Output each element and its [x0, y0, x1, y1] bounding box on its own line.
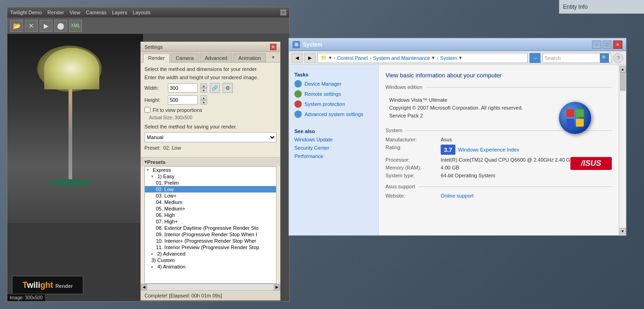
tree-item-02low[interactable]: 02. Low — [145, 186, 276, 192]
address-control-panel[interactable]: Control Panel — [337, 55, 368, 61]
search-placeholder[interactable]: Search — [545, 55, 598, 61]
system-content: Tasks Device Manager Remote settings Sys… — [289, 65, 626, 235]
sidebar-link-security-center[interactable]: Security Center — [289, 144, 378, 152]
system-maximize-button[interactable]: □ — [603, 41, 612, 49]
asus-logo-text: /ISUS — [581, 159, 601, 168]
asus-logo: /ISUS — [570, 157, 612, 170]
tab-animation[interactable]: Animation — [233, 53, 266, 62]
address-system[interactable]: System — [440, 55, 457, 61]
save-method-select[interactable]: Manual — [144, 132, 276, 142]
vscroll-up-btn[interactable]: ▲ — [620, 66, 626, 72]
tree-item-05medplus[interactable]: 05. Medium+ — [145, 205, 276, 212]
device-manager-label: Device Manager — [305, 81, 341, 87]
rating-link[interactable]: Windows Experience Index — [458, 147, 519, 152]
address-go-button[interactable]: → — [529, 53, 540, 63]
fit-to-view-checkbox[interactable] — [144, 107, 150, 113]
system-info-section: System Manufacturer: Asus Rating: 3.7 Wi… — [385, 128, 612, 178]
tree-item-10intplus[interactable]: 10. Interior+ (Progressive Render Stop W… — [145, 238, 276, 244]
tree-label-3custom: 3) Custom — [151, 257, 175, 263]
settings-config-icon[interactable]: ⚙ — [223, 83, 233, 93]
tree-item-express[interactable]: ▾ Express — [145, 167, 276, 173]
tree-item-08ext[interactable]: 08. Exterior Daytime (Progressive Render… — [145, 225, 276, 231]
menu-layers[interactable]: Layers — [112, 10, 127, 15]
system-close-button[interactable]: ✕ — [613, 41, 622, 49]
windows-edition-header-label: Windows edition — [385, 84, 422, 90]
windows-flag-icon — [566, 109, 584, 127]
tree-item-03lowplus[interactable]: 03. Low+ — [145, 192, 276, 199]
toolbar-play-button[interactable]: ▶ — [40, 20, 52, 32]
fit-to-view-label: Fit to view proportions — [153, 107, 202, 113]
tree-item-06high[interactable]: 06. High — [145, 212, 276, 218]
tree-item-2advanced[interactable]: ▸ 2) Advanced — [145, 251, 276, 257]
tree-item-04medium[interactable]: 04. Medium — [145, 199, 276, 205]
flag-br — [576, 119, 584, 127]
preset-value: 02. Low — [163, 145, 181, 151]
system-type-val: 64-bit Operating System — [441, 173, 612, 178]
width-up-btn[interactable]: ▲ — [201, 83, 207, 88]
tab-camera[interactable]: Camera — [171, 53, 199, 62]
hscroll-left-btn[interactable]: ◀ — [141, 284, 147, 291]
vscroll-down-btn[interactable]: ▼ — [620, 228, 626, 234]
toolbar-xml-button[interactable]: XML — [69, 20, 82, 32]
flag-bl — [566, 119, 574, 127]
address-sys-dropdown[interactable]: ▾ — [459, 55, 462, 61]
tree-label-02low: 02. Low — [156, 187, 174, 192]
tab-scroll-arrow[interactable]: ▼ — [269, 53, 278, 62]
width-row: Width: ▲ ▼ 🔗 ⚙ — [144, 83, 276, 93]
height-up-btn[interactable]: ▲ — [201, 95, 207, 100]
windows-update-label: Windows Update — [294, 137, 333, 142]
tree-item-4animation[interactable]: ▸ 4) Animation — [145, 263, 276, 270]
tab-render[interactable]: Render — [143, 53, 170, 63]
sidebar-link-performance[interactable]: Performance — [289, 152, 378, 160]
rating-row: Rating: 3.7 Windows Experience Index — [385, 145, 612, 155]
system-header-label: System — [385, 128, 402, 133]
tree-item-1easy[interactable]: ▾ 1) Easy — [145, 173, 276, 180]
menu-render[interactable]: Render — [47, 10, 64, 15]
address-system-maintenance[interactable]: System and Maintenance — [373, 55, 430, 61]
toolbar-render-button[interactable]: ⬤ — [54, 20, 67, 32]
twilight-close-button[interactable]: ✕ — [280, 9, 287, 16]
system-minimize-button[interactable]: − — [592, 41, 601, 49]
nav-forward-button[interactable]: ▶ — [305, 53, 316, 63]
toolbar-stop-button[interactable]: ✕ — [25, 20, 38, 32]
hscroll-right-btn[interactable]: ▶ — [274, 284, 280, 291]
help-button[interactable]: ? — [613, 53, 623, 63]
tree-item-01prelim[interactable]: 01. Prelim — [145, 180, 276, 186]
menu-view[interactable]: View — [69, 10, 80, 15]
menu-cameras[interactable]: Cameras — [86, 10, 107, 15]
presets-hscroll[interactable]: ◀ ▶ — [141, 284, 280, 290]
search-icon-button[interactable]: 🔍 — [600, 53, 609, 63]
tree-item-09int[interactable]: 09. Interior (Progressive Render Stop Wh… — [145, 231, 276, 238]
height-down-btn[interactable]: ▼ — [201, 100, 207, 105]
tree-label-01prelim: 01. Prelim — [156, 180, 179, 186]
remote-settings-label: Remote settings — [305, 91, 341, 97]
sidebar-link-device-manager[interactable]: Device Manager — [289, 79, 378, 89]
vscroll-thumb[interactable] — [620, 72, 626, 91]
nav-back-button[interactable]: ◀ — [292, 53, 303, 63]
menu-layouts[interactable]: Layouts — [132, 10, 150, 15]
online-support-link[interactable]: Online support — [441, 193, 474, 198]
settings-window: Settings ✕ Render Camera Advanced Animat… — [140, 41, 281, 301]
settings-close-button[interactable]: ✕ — [270, 44, 276, 50]
aspect-lock-icon[interactable]: 🔗 — [210, 83, 220, 93]
width-input[interactable] — [168, 83, 198, 93]
address-maint-dropdown[interactable]: ▾ — [432, 55, 435, 61]
height-input[interactable] — [168, 95, 198, 105]
width-down-btn[interactable]: ▼ — [201, 88, 207, 93]
tree-item-11intprev[interactable]: 11. Interior Preview (Progressive Render… — [145, 244, 276, 251]
sidebar-link-system-protection[interactable]: System protection — [289, 99, 378, 109]
animation-toggle: ▸ — [151, 264, 156, 269]
sidebar-link-remote-settings[interactable]: Remote settings — [289, 89, 378, 99]
flag-tl — [566, 109, 574, 117]
tree-item-07highplus[interactable]: 07. High+ — [145, 218, 276, 225]
presets-tree[interactable]: ▾ Express ▾ 1) Easy 01. Prelim 02. Low 0… — [144, 166, 276, 284]
sidebar-link-advanced-settings[interactable]: Advanced system settings — [289, 109, 378, 119]
entity-info-label: Entity Info — [563, 4, 587, 10]
tree-item-3custom[interactable]: 3) Custom — [145, 257, 276, 263]
sidebar-link-windows-update[interactable]: Windows Update — [289, 135, 378, 144]
address-dropdown-btn[interactable]: ▾ — [329, 55, 332, 61]
system-vscroll[interactable]: ▲ ▼ — [619, 65, 626, 235]
toolbar-open-button[interactable]: 📂 — [10, 20, 23, 32]
tab-advanced[interactable]: Advanced — [200, 53, 232, 62]
save-desc: Select the method for saving your render… — [144, 124, 276, 129]
